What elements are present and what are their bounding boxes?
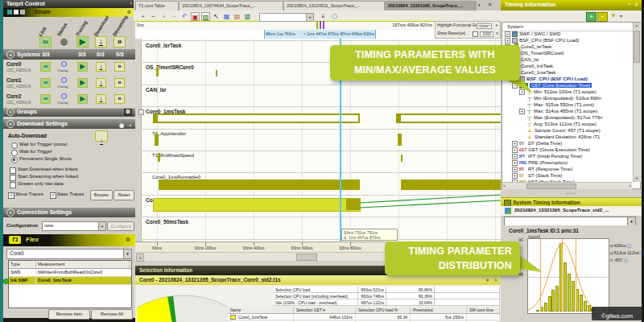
- task-execution-bar-solid[interactable]: [155, 134, 159, 146]
- tree-vscrollbar[interactable]: ▲ ▼: [633, 23, 641, 182]
- eye-icon[interactable]: ◉: [119, 121, 124, 130]
- download-button[interactable]: ↓: [95, 36, 107, 47]
- reset-button[interactable]: Reset: [114, 190, 134, 200]
- pointer-icon[interactable]: ↖: [212, 12, 221, 21]
- chevron-down-icon-3[interactable]: ▾: [496, 23, 497, 27]
- tree-item-label[interactable]: DT (Delta Time): [528, 141, 562, 146]
- chevron-down-icon-2[interactable]: ▾: [123, 250, 131, 258]
- tree-item-label[interactable]: Core0_InitTask: [521, 64, 553, 68]
- tree-item-label[interactable]: Min: 512us 100ns (T1.scope): [534, 89, 597, 94]
- tree-expander-icon[interactable]: +: [512, 147, 518, 153]
- play-button[interactable]: ▶: [77, 94, 88, 104]
- stream-button[interactable]: »: [114, 94, 125, 104]
- raster-icon[interactable]: ▥: [243, 12, 252, 21]
- download-button[interactable]: ↓: [96, 62, 106, 72]
- filter-icon[interactable]: ▼: [610, 12, 617, 19]
- show-raster-checkbox[interactable]: [473, 31, 478, 37]
- tab-list-icon[interactable]: ▾: [478, 2, 481, 7]
- highlight-group-select[interactable]: <none>: [477, 23, 492, 29]
- scroll-thumb[interactable]: [296, 254, 317, 261]
- link-button[interactable]: ∞: [40, 78, 51, 88]
- task-execution-bar-solid[interactable]: [401, 155, 402, 162]
- tab-3[interactable]: 20210824_13124511_ScopeTrace_...: [283, 1, 385, 10]
- tree-item-label[interactable]: Min (Extrapolated): 510us 890n: [534, 96, 601, 101]
- configuration-select[interactable]: new ▾: [42, 221, 106, 231]
- collapse-panel-icon[interactable]: ∧: [494, 277, 497, 283]
- trace-row-label-os_timerisrcore0[interactable]: OS_TimerISRCore0: [146, 64, 194, 70]
- doc-tab-icon[interactable]: [14, 10, 19, 14]
- add-icon[interactable]: +: [586, 12, 597, 22]
- task-execution-bar-solid[interactable]: [158, 153, 160, 162]
- chevron-down-icon-6[interactable]: ▾: [306, 13, 314, 22]
- tree-item[interactable]: ┬Avg: 513us 112ns (T1.scope): [519, 121, 597, 127]
- pin-icon-2[interactable]: ▪: [130, 121, 131, 130]
- radio-0[interactable]: [11, 142, 18, 149]
- tree-item-label[interactable]: PRE (Preemption): [528, 160, 568, 165]
- link-button[interactable]: ∞: [40, 62, 51, 72]
- remove-icon[interactable]: −: [597, 12, 608, 22]
- target-control-titlebar[interactable]: Target Control ▪: [3, 0, 135, 8]
- star-icon[interactable]: ∗: [485, 277, 489, 283]
- table-header-selection-cet[interactable]: Selection CET ▾: [294, 307, 356, 314]
- pin-icon[interactable]: ▪: [130, 1, 132, 6]
- trace-row-label-core0_isrtask[interactable]: Core0_isrTask: [146, 43, 181, 48]
- tree-item[interactable]: +RTRT (Response Time): [512, 166, 572, 172]
- download-settings-header[interactable]: ∧Download Settings ◉ ▪: [3, 119, 135, 129]
- zoom-in-icon[interactable]: +: [138, 12, 147, 21]
- tree-item[interactable]: +┬Max: 514us 455ns (T1.scope): [519, 108, 597, 114]
- trace-left-strip[interactable]: [135, 39, 142, 242]
- configure-button[interactable]: Configure: [107, 221, 134, 231]
- show-traces-checkbox[interactable]: ✓: [8, 192, 14, 199]
- stream-button[interactable]: »: [114, 78, 125, 88]
- raster-spinner[interactable]: 1000: [480, 31, 493, 37]
- tree-item-label[interactable]: SWF / SWC / SWD: [519, 31, 560, 36]
- tree-scroll-left-icon[interactable]: ◂: [503, 184, 505, 188]
- doc-tab-icon-2[interactable]: [20, 10, 25, 14]
- checkbox-2[interactable]: [10, 182, 16, 188]
- tree-hscroll-thumb[interactable]: [526, 184, 576, 189]
- timing-info-header[interactable]: Timing Information ▪ ✕: [501, 0, 642, 10]
- tree-scroll-thumb[interactable]: [634, 31, 640, 63]
- task-execution-bar-solid[interactable]: [159, 180, 360, 190]
- grid-icon[interactable]: ▦: [222, 12, 231, 21]
- trace-row-label-can_isr[interactable]: CAN_Isr: [146, 87, 167, 93]
- trace-row-label-core0_50mstask[interactable]: Core0_50msTask: [146, 219, 188, 225]
- tree-expander-icon[interactable]: +: [512, 154, 518, 159]
- chevron-down-icon[interactable]: ▾: [98, 222, 105, 230]
- tree-expander-icon[interactable]: +: [519, 109, 525, 114]
- timing-tree[interactable]: +SWF / SWC / SWD+BSF_CPU (BSF CPU Load)+…: [502, 31, 632, 182]
- systems-section-header[interactable]: ∧Systems 3/3 3/3 0/3 0/3: [3, 49, 135, 60]
- tree-expander-icon[interactable]: +: [512, 160, 518, 166]
- table-header-name[interactable]: Name: [228, 307, 294, 314]
- tree-item-label[interactable]: Max (Extrapolated): 517us 775n: [534, 115, 602, 120]
- core-select[interactable]: Core0 ▾: [6, 249, 132, 259]
- gear-icon[interactable]: ⚙: [124, 108, 132, 116]
- task-execution-bar-solid[interactable]: [398, 134, 402, 146]
- tree-item-label[interactable]: GET (Gross Execution Time): [528, 147, 590, 152]
- flex-col-type[interactable]: Type: [9, 261, 36, 268]
- task-execution-bar-solid[interactable]: [156, 67, 159, 76]
- pin-icon-3[interactable]: ▪: [629, 2, 630, 6]
- flex-panel-header[interactable]: T1 Flex ⚙: [3, 234, 135, 246]
- status-button[interactable]: ◎: [58, 36, 70, 47]
- scope-tab-icon[interactable]: [7, 10, 12, 14]
- tree-item[interactable]: +GETGET (Gross Execution Time): [512, 147, 590, 153]
- collapse-icon-3[interactable]: ∧: [6, 208, 14, 217]
- stream-button[interactable]: »: [114, 62, 125, 72]
- tree-item-label[interactable]: IPT (Initial Pending Time): [528, 154, 582, 159]
- tab-4[interactable]: 20210824_13321395_ScopeTrace_...: [385, 1, 477, 10]
- remove-all-button[interactable]: Remove All: [91, 309, 133, 320]
- remove-item-button[interactable]: Remove Item: [48, 309, 90, 320]
- tree-item-label[interactable]: Max: 514us 455ns (T1.scope): [534, 109, 597, 114]
- play-button[interactable]: ▶: [77, 62, 88, 72]
- tree-expander-icon[interactable]: +: [512, 173, 518, 179]
- task-execution-bar[interactable]: [396, 114, 501, 123]
- panel-splitter[interactable]: • • • •: [501, 189, 642, 197]
- task-execution-bar-solid[interactable]: [401, 180, 501, 190]
- tab-close-icon[interactable]: ✕: [488, 2, 492, 7]
- task-execution-bar-bright[interactable]: [153, 198, 361, 212]
- zoom-out-icon[interactable]: −: [149, 12, 158, 21]
- marker-icon[interactable]: ▣: [191, 12, 200, 21]
- expand-icon[interactable]: ∨: [6, 108, 14, 116]
- tree-scroll-up-icon[interactable]: ▲: [634, 23, 640, 29]
